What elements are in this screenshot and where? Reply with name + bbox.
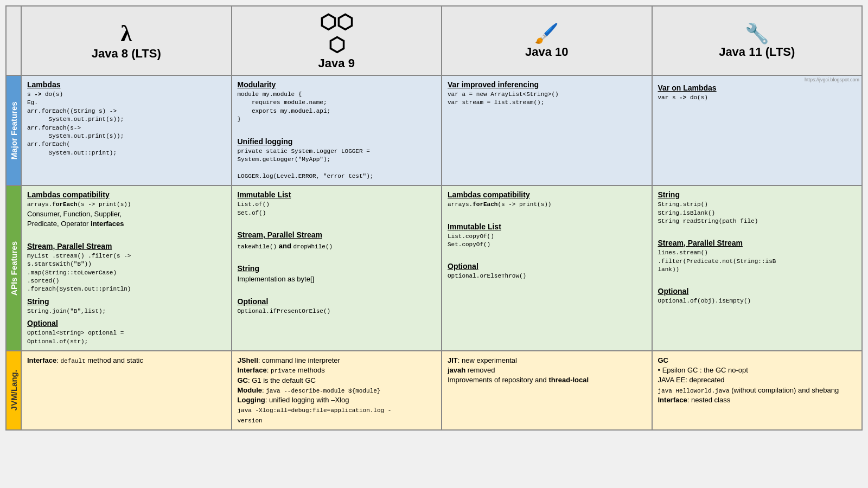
java11-major-cell: https://jvgci.blogspot.com Var on Lambda…: [652, 75, 863, 185]
java8-title: Java 8 (LTS): [92, 47, 161, 60]
java9-title: Java 9: [318, 56, 355, 70]
java9-optional-code: Optional.ifPresentOrElse(): [238, 307, 436, 316]
java9-immutable-title: Immutable List: [238, 190, 436, 199]
java10-var-title: Var improved inferencing: [448, 80, 646, 89]
java10-jvm-cell: JIT: new experimental javah removed Impr…: [442, 351, 652, 430]
java8-stream-title: Stream, Parallel Stream: [27, 242, 226, 251]
java9-string-title: String: [238, 264, 436, 273]
java9-major-cell: Modularity module my.module { requires m…: [232, 75, 442, 185]
java8-lambdas-title: Lambdas: [27, 80, 226, 89]
header-java11: 🔧 Java 11 (LTS): [652, 6, 863, 75]
java11-icon: 🔧: [745, 22, 769, 44]
java8-optional-title: Optional: [27, 319, 226, 328]
credit-text: https://jvgci.blogspot.com: [805, 77, 859, 82]
java9-string-text: Implementation as byte[]: [238, 274, 436, 284]
java9-jvm-text: JShell: command line interpreter Interfa…: [238, 356, 436, 425]
java8-icon: λ: [120, 21, 132, 46]
java8-interfaces-text: Consumer, Function, Supplier, Predicate,…: [27, 209, 226, 229]
java8-apis-cell: Lambdas compatibility arrays.forEach(s -…: [21, 185, 232, 351]
java9-stream-text: takeWhile() and dropWhile(): [238, 242, 333, 250]
java8-string-code: String.join("B",list);: [27, 307, 226, 316]
header-java10: 🖌️ Java 10: [442, 6, 652, 75]
java9-modularity-code: module my.module { requires module.name;…: [238, 91, 436, 124]
java8-optional-code: Optional<String> optional = Optional.of(…: [27, 329, 226, 346]
java11-apis-cell: String String.strip() String.isBlank() S…: [652, 185, 863, 351]
java9-jvm-cell: JShell: command line interpreter Interfa…: [232, 351, 442, 430]
java9-logging-code: private static System.Logger LOGGER = Sy…: [238, 147, 436, 181]
java11-jvm-cell: GC • Epsilon GC : the GC no-opt JAVA EE:…: [652, 351, 863, 430]
header-java9: ⬡⬡⬡ Java 9: [232, 6, 442, 75]
java9-apis-cell: Immutable List List.of() Set.of() Stream…: [232, 185, 442, 351]
java9-icon: ⬡⬡⬡: [320, 11, 353, 56]
java8-lambdas-code: s -> do(s) Eg. arr.forEach((String s) ->…: [27, 91, 226, 157]
java10-lambdas-compat-title: Lambdas compatibility: [448, 190, 646, 199]
java10-apis-cell: Lambdas compatibility arrays.forEach(s -…: [442, 185, 652, 351]
java11-jvm-text: GC • Epsilon GC : the GC no-opt JAVA EE:…: [658, 356, 857, 405]
java10-lambdas-compat-code: arrays.forEach(s -> print(s)): [448, 201, 646, 209]
java8-jvm-cell: Interface: default method and static: [21, 351, 232, 430]
java11-var-title: Var on Lambdas: [658, 84, 857, 92]
java10-immutable-code: List.copyOf() Set.copyOf(): [448, 233, 646, 249]
java10-optional-title: Optional: [448, 262, 646, 271]
apis-features-label: APIs Features: [6, 185, 21, 351]
java10-jvm-text: JIT: new experimental javah removed Impr…: [448, 356, 646, 386]
java8-jvm-text: Interface: default method and static: [27, 356, 226, 365]
java11-stream-code: lines.stream() .filter(Predicate.not(Str…: [658, 249, 857, 274]
java8-lambdas-compat-title: Lambdas compatibility: [27, 190, 226, 199]
java11-optional-code: Optional.of(obj).isEmpty(): [658, 297, 857, 305]
java11-optional-title: Optional: [658, 287, 857, 296]
java10-immutable-title: Immutable List: [448, 222, 646, 231]
java8-stream-code: myList .stream() .filter(s -> s.startsWi…: [27, 252, 226, 294]
java9-immutable-code: List.of() Set.of(): [238, 201, 436, 217]
java11-var-code: var s -> do(s): [658, 94, 857, 102]
java10-major-cell: Var improved inferencing var a = new Arr…: [442, 75, 652, 185]
jvm-lang-label: JVM/Lang.: [6, 351, 21, 430]
java11-string-title: String: [658, 190, 857, 199]
java9-stream-title: Stream, Parallel Stream: [238, 230, 436, 239]
java10-icon: 🖌️: [534, 22, 559, 44]
java8-lambdas-compat-code: arrays.forEach(s -> print(s)): [27, 201, 226, 209]
java10-title: Java 10: [525, 45, 569, 59]
java8-string-title: String: [27, 297, 226, 306]
java10-optional-code: Optional.orElseThrow(): [448, 272, 646, 280]
java11-title: Java 11 (LTS): [719, 45, 795, 59]
java11-stream-title: Stream, Parallel Stream: [658, 239, 857, 247]
major-features-label: Major Features: [6, 75, 21, 185]
java9-modularity-title: Modularity: [238, 80, 436, 89]
java10-var-code: var a = new ArrayList<String>() var stre…: [448, 91, 646, 107]
header-java8: λ Java 8 (LTS): [21, 6, 232, 75]
java9-logging-title: Unified logging: [238, 137, 436, 146]
java8-major-cell: Lambdas s -> do(s) Eg. arr.forEach((Stri…: [21, 75, 232, 185]
java9-optional-title: Optional: [238, 297, 436, 306]
java11-string-code: String.strip() String.isBlank() String r…: [658, 201, 857, 226]
